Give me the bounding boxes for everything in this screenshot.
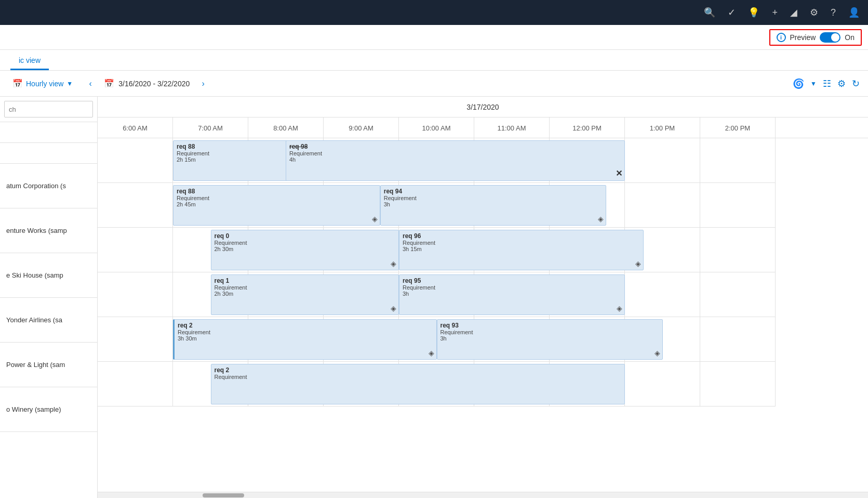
prev-week-button[interactable]: ‹ — [83, 76, 98, 91]
diamond-icon: ◈ — [617, 304, 622, 312]
diamond-icon: ◈ — [429, 349, 434, 357]
grid-row-2: req 0 Requirement 2h 30m ◈ req 96 Requir… — [98, 228, 776, 272]
time-grid: req 88 Requirement 2h 15m ◈ req 98 Requi… — [98, 138, 776, 407]
help-icon[interactable]: ? — [831, 7, 836, 18]
time-12pm: 12:00 PM — [550, 117, 625, 138]
time-11am: 11:00 AM — [474, 117, 550, 138]
calendar-grid-icon: 📅 — [12, 78, 23, 88]
preview-bar: i Preview On — [0, 25, 868, 50]
top-navigation: 🔍 ✓ 💡 + ◢ ⚙ ? 👤 — [0, 0, 868, 25]
grid-row-3: req 1 Requirement 2h 30m ◈ req 95 Requir… — [98, 272, 776, 317]
preview-label: Preview — [790, 33, 816, 42]
resource-row-5: o Winery (sample) — [0, 387, 97, 432]
hourly-view-label: Hourly view — [26, 80, 63, 88]
date-header-text: 3/17/2020 — [466, 103, 499, 111]
resource-row-0: atum Corporation (s — [0, 164, 97, 208]
dropdown-icon[interactable]: ▼ — [810, 80, 817, 87]
date-range-text: 3/16/2020 - 3/22/2020 — [118, 80, 190, 88]
time-2pm: 2:00 PM — [700, 117, 776, 138]
time-10am: 10:00 AM — [399, 117, 474, 138]
time-8am: 8:00 AM — [248, 117, 324, 138]
date-range: 📅 3/16/2020 - 3/22/2020 — [104, 78, 190, 88]
cell-4-0 — [98, 317, 173, 362]
resource-row-1: enture Works (samp — [0, 208, 97, 253]
cell-3-7 — [625, 272, 700, 317]
event-req94-row1[interactable]: req 94 Requirement 3h ◈ — [380, 185, 606, 226]
cell-1-0 — [98, 183, 173, 228]
hourly-view-button[interactable]: 📅 Hourly view ▼ — [8, 76, 77, 90]
date-header: 3/17/2020 — [98, 97, 868, 117]
next-week-button[interactable]: › — [196, 76, 210, 91]
event-req88-row1[interactable]: req 88 Requirement 2h 45m ◈ — [173, 185, 380, 226]
cell-1-8 — [700, 183, 776, 228]
lightbulb-icon[interactable]: 💡 — [748, 7, 759, 18]
event-req95-row3[interactable]: req 95 Requirement 3h ◈ — [399, 274, 625, 315]
resource-row-3: Yonder Airlines (sa — [0, 298, 97, 343]
plus-icon[interactable]: + — [772, 7, 778, 18]
tab-bar: ic view — [0, 50, 868, 71]
time-6am: 6:00 AM — [98, 117, 173, 138]
cell-4-8 — [700, 317, 776, 362]
horizontal-scrollbar[interactable] — [98, 492, 868, 498]
dropdown-chevron-icon: ▼ — [66, 80, 73, 87]
cell-1-7 — [625, 183, 700, 228]
close-icon[interactable]: ✕ — [616, 168, 622, 178]
diamond-icon: ◈ — [391, 304, 396, 312]
check-circle-icon[interactable]: ✓ — [728, 7, 736, 18]
diamond-icon: ◈ — [391, 259, 396, 268]
cell-3-0 — [98, 272, 173, 317]
resource-row-4: Power & Light (sam — [0, 343, 97, 387]
tab-ic-view[interactable]: ic view — [10, 52, 49, 70]
settings2-icon[interactable]: ⚙ — [837, 78, 846, 89]
event-title: req 98 — [289, 143, 621, 150]
preview-on-label: On — [845, 33, 854, 42]
cell-0-8 — [700, 138, 776, 183]
cell-5-0 — [98, 362, 173, 407]
grid-row-4: req 2 Requirement 3h 30m ◈ req 93 Requir… — [98, 317, 776, 362]
time-9am: 9:00 AM — [324, 117, 399, 138]
event-req0-row2[interactable]: req 0 Requirement 2h 30m ◈ — [211, 230, 399, 270]
event-req2-row5[interactable]: req 2 Requirement — [211, 364, 625, 404]
refresh-icon[interactable]: ↻ — [852, 78, 860, 89]
user-icon[interactable]: 👤 — [848, 7, 860, 18]
grid-row-5: req 2 Requirement — [98, 362, 776, 407]
resource-row-2: e Ski House (samp — [0, 253, 97, 298]
search-input[interactable] — [4, 101, 93, 117]
cell-5-7 — [625, 362, 700, 407]
time-1pm: 1:00 PM — [625, 117, 700, 138]
info-icon: i — [777, 33, 786, 42]
diamond-icon: ◈ — [598, 215, 604, 223]
diamond-icon: ◈ — [635, 259, 641, 268]
grid-row-1: req 88 Requirement 2h 45m ◈ req 94 Requi… — [98, 183, 776, 228]
event-req2-row4[interactable]: req 2 Requirement 3h 30m ◈ — [173, 319, 437, 360]
event-duration: 4h — [289, 156, 621, 163]
main-content: atum Corporation (s enture Works (samp e… — [0, 97, 868, 498]
diamond-icon: ◈ — [372, 215, 378, 223]
search-icon[interactable]: 🔍 — [704, 7, 715, 18]
event-req98-row0[interactable]: req 98 Requirement 4h ✕ — [286, 140, 625, 181]
resource-icon[interactable]: 🌀 — [793, 78, 804, 89]
calendar-icon: 📅 — [104, 78, 114, 88]
event-type: Requirement — [289, 150, 621, 156]
grid-scroll-area[interactable]: req 88 Requirement 2h 15m ◈ req 98 Requi… — [98, 138, 868, 492]
scroll-thumb[interactable] — [203, 493, 244, 497]
view-columns-icon[interactable]: ☷ — [823, 78, 831, 89]
time-7am: 7:00 AM — [173, 117, 248, 138]
toolbar: 📅 Hourly view ▼ ‹ 📅 3/16/2020 - 3/22/202… — [0, 71, 868, 97]
event-req1-row3[interactable]: req 1 Requirement 2h 30m ◈ — [211, 274, 399, 315]
preview-toggle[interactable] — [820, 32, 840, 43]
diamond-icon: ◈ — [655, 349, 660, 357]
grid-row-0: req 88 Requirement 2h 15m ◈ req 98 Requi… — [98, 138, 776, 183]
toolbar-right: 🌀 ▼ ☷ ⚙ ↻ — [793, 78, 860, 89]
event-req93-row4[interactable]: req 93 Requirement 3h ◈ — [437, 319, 663, 360]
cell-3-8 — [700, 272, 776, 317]
preview-container: i Preview On — [769, 29, 862, 46]
cell-2-0 — [98, 228, 173, 272]
resource-sidebar: atum Corporation (s enture Works (samp e… — [0, 164, 98, 432]
cell-2-8 — [700, 228, 776, 272]
cell-0-0 — [98, 138, 173, 183]
settings-icon[interactable]: ⚙ — [810, 7, 818, 18]
filter-icon[interactable]: ◢ — [790, 7, 797, 18]
time-header: 6:00 AM 7:00 AM 8:00 AM 9:00 AM 10:00 AM… — [98, 117, 868, 138]
event-req96-row2[interactable]: req 96 Requirement 3h 15m ◈ — [399, 230, 644, 270]
